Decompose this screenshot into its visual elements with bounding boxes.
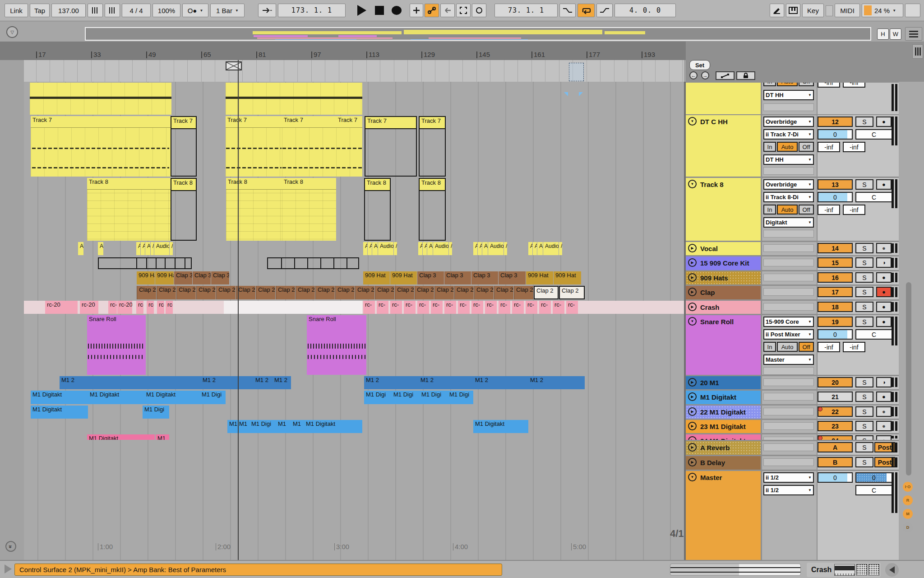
time-selection-box[interactable] bbox=[569, 63, 584, 81]
set-locator-button[interactable]: Set bbox=[689, 60, 710, 70]
overview-height-button[interactable]: H bbox=[877, 28, 889, 40]
tempo-field[interactable]: 137.00 bbox=[51, 4, 86, 17]
clip[interactable]: M1 Digitakt bbox=[31, 391, 88, 404]
arm-button[interactable]: ● bbox=[876, 243, 892, 253]
clip[interactable]: Track 7 bbox=[336, 116, 362, 177]
unfold-track-button[interactable]: ▼ bbox=[688, 473, 697, 481]
fold-clip-view-button[interactable]: » bbox=[5, 541, 16, 552]
clip[interactable]: rc- bbox=[458, 301, 470, 314]
track-row-clap[interactable]: ▶Clap17S● bbox=[686, 286, 899, 299]
clip[interactable]: M1 Digitakt bbox=[473, 420, 528, 433]
track-number-badge[interactable]: 14 bbox=[818, 243, 853, 253]
empty-clip-group[interactable] bbox=[267, 257, 359, 269]
clip[interactable]: 909 Hat bbox=[526, 271, 553, 284]
mixer-section-toggle-m[interactable]: M bbox=[903, 509, 913, 519]
track-row-snare-roll[interactable]: ▼Snare Roll15-909 Core▼ii Post Mixer▼InA… bbox=[686, 315, 899, 375]
clip[interactable]: M1 Digi bbox=[364, 391, 392, 404]
clip[interactable]: Clap 2 bbox=[315, 286, 335, 299]
monitor-in[interactable]: In bbox=[763, 342, 776, 352]
sample-editor-toggle[interactable] bbox=[912, 44, 923, 59]
clip[interactable]: M1 Digitakt bbox=[31, 406, 88, 419]
clip[interactable]: rc- bbox=[444, 301, 456, 314]
clip[interactable]: A bbox=[418, 242, 422, 255]
monitor-off[interactable]: Off bbox=[799, 142, 814, 152]
clip[interactable]: Clap 2 bbox=[434, 286, 454, 299]
arm-button[interactable]: ● bbox=[876, 317, 892, 327]
track-row-24-m1-digitakt[interactable]: ▶24 M1 Digitakt24S● bbox=[686, 434, 899, 440]
clip[interactable]: Au bbox=[537, 242, 543, 255]
tap-button[interactable]: Tap bbox=[30, 4, 50, 17]
clip[interactable]: Clap 2 bbox=[236, 286, 255, 299]
clip[interactable]: A bbox=[136, 242, 140, 255]
clip[interactable]: A bbox=[78, 242, 83, 255]
track-row-20-m1[interactable]: ▶20 M120S◑ bbox=[686, 376, 899, 389]
volume-field[interactable]: -inf bbox=[843, 142, 865, 152]
clip[interactable]: rc- bbox=[417, 301, 429, 314]
clip[interactable]: Audio bbox=[154, 242, 169, 255]
solo-button[interactable]: S bbox=[855, 117, 873, 127]
pan-center-field[interactable]: C bbox=[855, 129, 892, 140]
clip[interactable]: Clap 2 bbox=[335, 286, 355, 299]
clip[interactable] bbox=[30, 83, 171, 115]
arm-button[interactable]: ◑ bbox=[876, 377, 892, 387]
input-chooser[interactable]: ii Track 8-Di▼ bbox=[763, 192, 814, 202]
clip[interactable]: / bbox=[151, 242, 154, 255]
volume-field[interactable]: -inf bbox=[843, 83, 865, 88]
clip[interactable]: rc- bbox=[390, 301, 402, 314]
unfold-track-button[interactable]: ▶ bbox=[688, 273, 697, 282]
arm-button[interactable]: ● bbox=[876, 392, 892, 402]
output-chooser[interactable]: DT HH▼ bbox=[763, 90, 814, 100]
solo-button[interactable]: S bbox=[855, 287, 873, 297]
groove-amount-select[interactable]: 1 Bar▼ bbox=[210, 4, 245, 17]
clip[interactable]: / bbox=[449, 242, 452, 255]
output-chooser[interactable]: Digitakt▼ bbox=[763, 217, 814, 228]
track-row-15-909-core-kit[interactable]: ▶15 909 Core Kit15S◑ bbox=[686, 256, 899, 270]
clip[interactable]: A bbox=[528, 242, 532, 255]
clip[interactable]: A bbox=[98, 242, 103, 255]
clip[interactable]: M1 bbox=[291, 420, 304, 433]
clip[interactable]: Audio bbox=[433, 242, 448, 255]
unfold-track-button[interactable]: ▶ bbox=[688, 378, 697, 387]
track-number-badge[interactable]: B bbox=[818, 457, 853, 467]
clip[interactable]: Clap 2 bbox=[176, 286, 196, 299]
track-row-909-hats[interactable]: ▶909 Hats16S● bbox=[686, 271, 899, 284]
re-enable-automation-button[interactable] bbox=[440, 4, 455, 17]
track-number-badge[interactable]: A bbox=[818, 442, 853, 452]
clip[interactable]: rc- bbox=[404, 301, 416, 314]
mixer-section-toggle-d[interactable]: D bbox=[903, 522, 913, 532]
loop-switch[interactable] bbox=[578, 4, 595, 17]
arm-button[interactable]: ● bbox=[876, 421, 892, 431]
clip[interactable]: Au bbox=[427, 242, 433, 255]
clip[interactable]: 909 Hat bbox=[554, 271, 581, 284]
track-row-a-reverb[interactable]: ▶A ReverbASPost bbox=[686, 441, 899, 455]
clip[interactable]: A bbox=[141, 242, 145, 255]
mixer-section-toggle-r[interactable]: R bbox=[903, 495, 913, 505]
clip[interactable]: M1 2 bbox=[201, 376, 254, 389]
clip[interactable]: Clap 3 bbox=[444, 271, 471, 284]
clip[interactable]: Clap 2 bbox=[494, 286, 513, 299]
vertical-scrollbar-thumb[interactable] bbox=[906, 282, 911, 475]
unfold-track-button[interactable]: ▼ bbox=[688, 317, 697, 326]
clip[interactable]: Clap 3 bbox=[499, 271, 526, 284]
key-map-button[interactable]: Key bbox=[802, 4, 824, 17]
clip[interactable]: Clap 2 bbox=[296, 286, 315, 299]
master-volume-slider[interactable]: 0 bbox=[855, 472, 892, 483]
show-browser-toggle[interactable]: ▽ bbox=[6, 26, 18, 38]
unfold-track-button[interactable]: ▶ bbox=[688, 422, 697, 430]
clip[interactable]: Track 8 bbox=[226, 178, 282, 241]
clip[interactable]: Clap 3 bbox=[417, 271, 444, 284]
clip[interactable]: M1 2 bbox=[364, 376, 419, 389]
clip[interactable]: Clap 2 bbox=[276, 286, 295, 299]
clip[interactable]: A bbox=[478, 242, 482, 255]
track-row-m1-digitakt[interactable]: ▶M1 Digitakt21S● bbox=[686, 391, 899, 404]
clip[interactable]: M1 bbox=[276, 420, 291, 433]
clip[interactable]: rc-20 bbox=[117, 301, 132, 314]
stop-button[interactable] bbox=[373, 4, 386, 17]
clip[interactable]: / bbox=[504, 242, 507, 255]
monitor-off[interactable]: Off bbox=[799, 342, 814, 352]
io-chooser[interactable]: 15-909 Core▼ bbox=[763, 317, 814, 327]
clip[interactable]: rc- bbox=[108, 301, 117, 314]
master-out-left-chooser[interactable]: ii 1/2▼ bbox=[763, 472, 814, 483]
overview-width-button[interactable]: W bbox=[890, 28, 901, 40]
track-row-23-m1-digitakt[interactable]: ▶23 M1 Digitakt23S● bbox=[686, 420, 899, 433]
